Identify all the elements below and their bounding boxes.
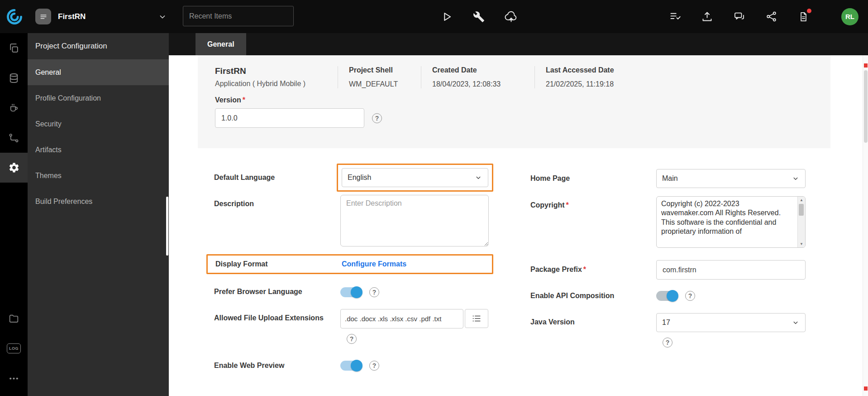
allowed-file-upload-extensions-label: Allowed File Upload Extensions (214, 309, 340, 323)
sidebar: Project Configuration General Profile Co… (28, 33, 169, 396)
recent-items-input[interactable]: Recent Items (183, 6, 294, 26)
database-icon[interactable] (0, 63, 28, 93)
content-area: FirstRN Application ( Hybrid Mobile ) Pr… (169, 55, 863, 396)
allowed-file-upload-help-icon[interactable]: ? (347, 334, 357, 344)
export-publish-button[interactable] (700, 10, 714, 24)
project-icon (35, 9, 51, 24)
cloud-deploy-button[interactable] (504, 10, 518, 24)
enable-web-preview-toggle[interactable] (340, 361, 362, 371)
default-language-highlight: English (337, 164, 493, 192)
toggle-knob (667, 290, 678, 302)
display-format-highlight: Display Format Configure Formats (206, 254, 493, 274)
required-marker: * (243, 96, 245, 104)
icon-rail: LOG (0, 33, 28, 396)
required-marker: * (583, 266, 586, 273)
scrollbar-change-marker-bottom (864, 386, 868, 391)
summary-created-date-value: 18/04/2023, 12:08:33 (432, 80, 534, 88)
recent-items-placeholder: Recent Items (189, 12, 232, 20)
summary-created-date-label: Created Date (432, 66, 534, 74)
description-label: Description (214, 195, 340, 209)
topbar-right-actions: RL (668, 0, 858, 33)
copyright-label: Copyright* (530, 196, 656, 210)
default-language-label: Default Language (214, 173, 340, 183)
enable-api-composition-toggle[interactable] (656, 291, 678, 301)
package-prefix-input[interactable] (656, 260, 806, 280)
git-branch-button[interactable] (764, 10, 778, 24)
scrollbar-thumb[interactable] (799, 204, 804, 216)
java-version-label: Java Version (530, 313, 656, 327)
project-name: FirstRN (58, 12, 86, 21)
chevron-down-icon (157, 12, 167, 22)
project-selector[interactable]: FirstRN (35, 0, 167, 33)
tab-general[interactable]: General (196, 33, 246, 55)
main-area: General FirstRN Application ( Hybrid Mob… (169, 33, 868, 396)
chevron-down-icon (792, 174, 800, 183)
java-version-select[interactable]: 17 (656, 313, 806, 332)
tab-strip: General (169, 33, 868, 55)
files-folder-icon[interactable] (0, 304, 28, 333)
default-language-select[interactable]: English (342, 168, 488, 187)
package-prefix-label: Package Prefix* (530, 265, 656, 275)
scrollbar-thumb[interactable] (864, 70, 868, 143)
java-version-help-icon[interactable]: ? (663, 338, 672, 348)
enable-api-composition-help-icon[interactable]: ? (685, 291, 695, 301)
enable-web-preview-help-icon[interactable]: ? (369, 361, 379, 371)
task-list-button[interactable] (668, 10, 682, 24)
version-label: Version* (215, 96, 830, 104)
display-format-label: Display Format (215, 259, 342, 269)
topbar: FirstRN Recent Items (0, 0, 868, 33)
notification-dot (807, 9, 811, 13)
toggle-knob (351, 360, 362, 372)
logs-icon[interactable]: LOG (0, 333, 28, 363)
enable-web-preview-label: Enable Web Preview (214, 361, 340, 371)
more-options-icon[interactable] (0, 363, 28, 393)
feedback-chat-button[interactable] (732, 10, 746, 24)
sidebar-item-profile-configuration[interactable]: Profile Configuration (28, 85, 169, 111)
project-summary: FirstRN Application ( Hybrid Mobile ) Pr… (198, 55, 830, 148)
wavemaker-logo[interactable] (5, 7, 24, 26)
sidebar-title: Project Configuration (28, 33, 169, 59)
build-tools-button[interactable] (472, 10, 486, 24)
prefer-browser-language-toggle[interactable] (340, 287, 362, 297)
sidebar-item-security[interactable]: Security (28, 111, 169, 137)
page-scrollbar[interactable] (863, 55, 868, 396)
apis-flow-icon[interactable] (0, 123, 28, 153)
scroll-down-arrow-icon[interactable]: ▼ (798, 242, 805, 246)
toggle-knob (351, 286, 362, 298)
sidebar-item-build-preferences[interactable]: Build Preferences (28, 188, 169, 214)
copyright-scrollbar[interactable]: ▲ ▼ (797, 197, 805, 247)
scroll-up-arrow-icon[interactable]: ▲ (798, 198, 805, 202)
settings-gear-icon[interactable] (0, 153, 28, 183)
project-changes-button[interactable] (796, 10, 810, 24)
version-help-icon[interactable]: ? (372, 113, 382, 123)
summary-project-shell-value: WM_DEFAULT (349, 80, 421, 88)
home-page-label: Home Page (530, 174, 656, 184)
java-services-icon[interactable] (0, 93, 28, 123)
copyright-textarea[interactable]: Copyright (c) 2022-2023 wavemaker.com Al… (656, 196, 806, 248)
chevron-down-icon (474, 174, 482, 182)
allowed-file-upload-extensions-input[interactable] (340, 309, 463, 328)
home-page-select[interactable]: Main (656, 169, 806, 188)
user-avatar[interactable]: RL (841, 8, 858, 25)
prefer-browser-language-label: Prefer Browser Language (214, 287, 340, 297)
copyright-text: Copyright (c) 2022-2023 wavemaker.com Al… (661, 199, 787, 246)
sidebar-item-general[interactable]: General (28, 59, 169, 85)
scrollbar-change-marker-top (864, 63, 868, 68)
pages-icon[interactable] (0, 33, 28, 63)
summary-project-type: Application ( Hybrid Mobile ) (215, 80, 338, 88)
version-input[interactable] (215, 108, 364, 128)
prefer-browser-language-help-icon[interactable]: ? (369, 287, 379, 297)
topbar-center-actions (440, 0, 518, 33)
sidebar-item-artifacts[interactable]: Artifacts (28, 137, 169, 163)
required-marker: * (566, 201, 569, 209)
sidebar-scrollbar[interactable] (166, 197, 168, 256)
description-textarea[interactable] (340, 195, 489, 246)
extensions-list-button[interactable] (465, 309, 488, 328)
sidebar-item-themes[interactable]: Themes (28, 163, 169, 188)
configure-formats-link[interactable]: Configure Formats (342, 260, 406, 268)
summary-last-accessed-value: 21/02/2025, 11:19:18 (546, 80, 645, 88)
settings-form: Default Language English Description (214, 164, 863, 371)
enable-api-composition-label: Enable API Composition (530, 291, 656, 301)
run-play-button[interactable] (440, 10, 453, 24)
summary-project-name: FirstRN (215, 66, 338, 76)
